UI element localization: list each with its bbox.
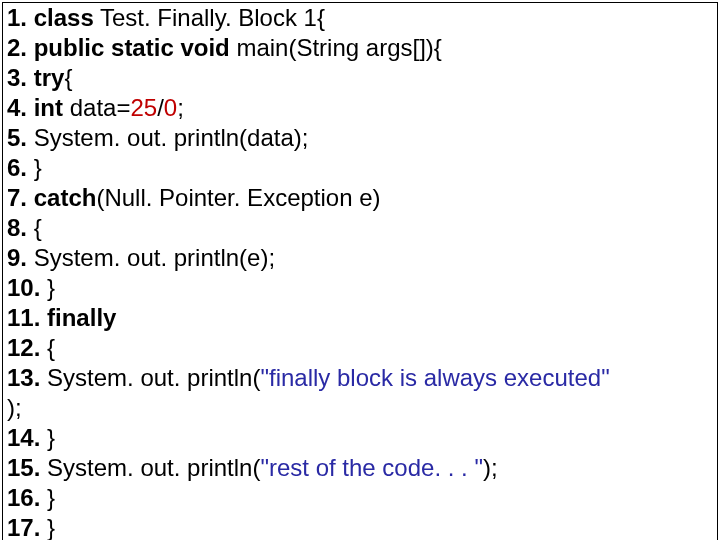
code-text: ; [177, 94, 184, 121]
line-number: 7. [7, 184, 27, 211]
code-text: main(String args[]){ [230, 34, 442, 61]
line-number: 2. [7, 34, 27, 61]
code-text: } [40, 424, 55, 451]
line-number: 11. [7, 304, 40, 331]
line-number: 4. [7, 94, 27, 121]
code-text: } [27, 154, 42, 181]
code-line: 17. } [7, 513, 713, 540]
line-number: 8. [7, 214, 27, 241]
line-number: 14. [7, 424, 40, 451]
code-text: (Null. Pointer. Exception e) [96, 184, 380, 211]
line-number: 1. [7, 4, 27, 31]
code-line: 2. public static void main(String args[]… [7, 33, 713, 63]
keyword: static [111, 34, 174, 61]
code-text: } [40, 484, 55, 511]
keyword: try [34, 64, 65, 91]
code-text: } [40, 514, 55, 540]
code-text: System. out. println(e); [27, 244, 275, 271]
code-text: { [40, 334, 55, 361]
code-line: 7. catch(Null. Pointer. Exception e) [7, 183, 713, 213]
keyword: void [180, 34, 229, 61]
code-text: } [40, 274, 55, 301]
line-number: 10. [7, 274, 40, 301]
code-line: 1. class Test. Finally. Block 1{ [7, 3, 713, 33]
code-line: 5. System. out. println(data); [7, 123, 713, 153]
code-line: 8. { [7, 213, 713, 243]
code-line: 11. finally [7, 303, 713, 333]
code-text: System. out. println( [40, 454, 260, 481]
line-number: 16. [7, 484, 40, 511]
code-block: 1. class Test. Finally. Block 1{ 2. publ… [2, 2, 718, 540]
code-line: 16. } [7, 483, 713, 513]
line-number: 15. [7, 454, 40, 481]
code-line: 9. System. out. println(e); [7, 243, 713, 273]
keyword: int [34, 94, 63, 121]
keyword: catch [34, 184, 97, 211]
line-number: 13. [7, 364, 40, 391]
keyword: class [34, 4, 94, 31]
line-number: 3. [7, 64, 27, 91]
code-text: ); [483, 454, 498, 481]
keyword: finally [47, 304, 116, 331]
line-number: 6. [7, 154, 27, 181]
code-text: { [64, 64, 72, 91]
code-line: 14. } [7, 423, 713, 453]
code-text: System. out. println( [40, 364, 260, 391]
code-line: 3. try{ [7, 63, 713, 93]
code-line: 6. } [7, 153, 713, 183]
code-line: 4. int data=25/0; [7, 93, 713, 123]
number-literal: 0 [164, 94, 177, 121]
code-line: 12. { [7, 333, 713, 363]
line-number: 17. [7, 514, 40, 540]
code-line: 15. System. out. println("rest of the co… [7, 453, 713, 483]
code-text: data= [63, 94, 130, 121]
code-line: ); [7, 393, 713, 423]
code-text: System. out. println(data); [27, 124, 308, 151]
line-number: 9. [7, 244, 27, 271]
number-literal: 25 [130, 94, 157, 121]
string-literal: "finally block is always executed" [260, 364, 609, 391]
code-line: 10. } [7, 273, 713, 303]
code-text: / [157, 94, 164, 121]
code-line: 13. System. out. println("finally block … [7, 363, 713, 393]
code-text: ); [7, 394, 22, 421]
keyword: public [34, 34, 105, 61]
code-text: { [27, 214, 42, 241]
line-number: 12. [7, 334, 40, 361]
line-number: 5. [7, 124, 27, 151]
string-literal: "rest of the code. . . " [260, 454, 482, 481]
code-text: Test. Finally. Block 1{ [94, 4, 325, 31]
